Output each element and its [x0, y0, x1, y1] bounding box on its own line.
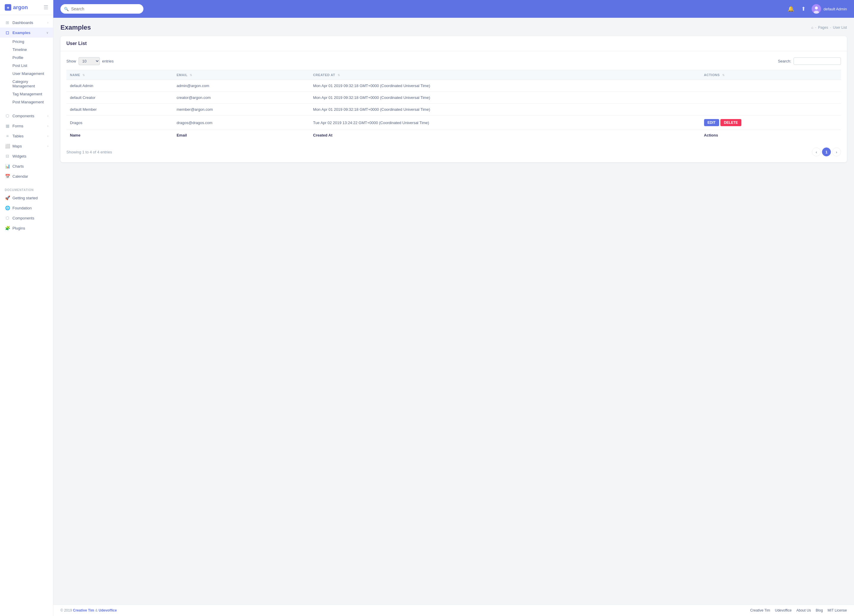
sidebar-sub-tag-management[interactable]: Tag Management [0, 90, 53, 98]
footer-link-creative-tim-2[interactable]: Creative Tim [750, 608, 770, 613]
main-area: 🔍 🔔 ⬆ default Admin Examples [53, 0, 854, 616]
entries-label: entries [102, 59, 114, 63]
sidebar-item-plugins[interactable]: 🧩 Plugins [0, 223, 53, 233]
dashboard-icon: ⊞ [5, 20, 10, 25]
pagination-prev[interactable]: ‹ [812, 148, 821, 157]
sidebar-item-maps[interactable]: ⬜ Maps › [0, 141, 53, 151]
user-info[interactable]: default Admin [811, 4, 847, 14]
plugins-icon: 🧩 [5, 225, 10, 231]
sidebar-logo: ◈ argon ☰ [0, 0, 53, 15]
search-icon: 🔍 [64, 7, 69, 11]
breadcrumb-pages: Pages [818, 26, 828, 30]
cell-created-at: Mon Apr 01 2019 09:32:18 GMT+0000 (Coord… [310, 92, 700, 103]
breadcrumb-bar: Examples ⌂ - Pages - User List [61, 24, 847, 31]
logo-icon: ◈ [5, 4, 11, 11]
user-table-body: default Adminadmin@argon.comMon Apr 01 2… [66, 80, 841, 130]
sidebar-item-examples[interactable]: ◻ Examples ∨ [0, 27, 53, 38]
breadcrumb-current: User List [833, 26, 847, 30]
table-search-area: Search: [778, 58, 841, 65]
entries-select[interactable]: 10 25 50 100 [79, 57, 100, 65]
sort-icon-actions[interactable]: ⇅ [722, 73, 725, 77]
cell-actions [700, 80, 841, 92]
table-search-input[interactable] [793, 58, 841, 65]
cell-name: default Member [66, 103, 173, 116]
footer-link-udevoffice[interactable]: Udevoffice [99, 608, 117, 613]
sidebar-item-foundation[interactable]: 🌐 Foundation [0, 203, 53, 213]
top-navigation: 🔍 🔔 ⬆ default Admin [53, 0, 854, 18]
breadcrumb-home-icon: ⌂ [811, 26, 813, 30]
forms-icon: ▦ [5, 123, 10, 129]
footer-link-blog[interactable]: Blog [816, 608, 823, 613]
sidebar-item-getting-started[interactable]: 🚀 Getting started [0, 193, 53, 203]
svg-point-1 [815, 6, 818, 9]
foundation-icon: 🌐 [5, 205, 10, 211]
chevron-right-icon: › [47, 21, 48, 24]
sidebar-sub-timeline[interactable]: Timeline [0, 46, 53, 53]
sidebar-sub-post-list[interactable]: Post List [0, 62, 53, 70]
col-created-at: CREATED AT ⇅ [310, 70, 700, 80]
cell-name: default Creator [66, 92, 173, 103]
sidebar-item-widgets[interactable]: ⊟ Widgets [0, 151, 53, 161]
sidebar-item-dashboards[interactable]: ⊞ Dashboards › [0, 17, 53, 27]
footer-link-mit[interactable]: MIT License [828, 608, 847, 613]
sidebar-item-label-plugins: Plugins [12, 226, 25, 230]
logo-text: argon [13, 5, 28, 11]
sidebar-item-label-examples: Examples [12, 30, 30, 35]
foot-col-email: Email [173, 130, 310, 141]
col-name: NAME ⇅ [66, 70, 173, 80]
user-name: default Admin [824, 7, 847, 11]
footer-link-udevoffice-2[interactable]: Udevoffice [775, 608, 791, 613]
breadcrumb-sep-1: - [815, 26, 816, 30]
search-wrapper: 🔍 [61, 4, 143, 14]
sidebar-sub-category-management[interactable]: Category Management [0, 78, 53, 90]
sidebar-item-components-doc[interactable]: ⬡ Components [0, 213, 53, 223]
sidebar-item-label-tables: Tables [12, 134, 24, 138]
cell-actions: EDITDELETE [700, 116, 841, 130]
footer-link-about[interactable]: About Us [796, 608, 811, 613]
sidebar-top-section: ⊞ Dashboards › ◻ Examples ∨ Pricing Time… [0, 15, 53, 108]
cell-email: admin@argon.com [173, 80, 310, 92]
sidebar-item-label-charts: Charts [12, 164, 24, 169]
pagination-page-1[interactable]: 1 [822, 148, 831, 157]
chevron-right-icon-forms: › [47, 125, 48, 128]
cell-name: default Admin [66, 80, 173, 92]
upload-button[interactable]: ⬆ [800, 5, 807, 13]
sidebar-sub-post-management[interactable]: Post Management [0, 98, 53, 106]
col-actions: ACTIONS ⇅ [700, 70, 841, 80]
hamburger-icon[interactable]: ☰ [44, 4, 48, 11]
card-title: User List [66, 41, 87, 46]
edit-button[interactable]: EDIT [704, 119, 719, 126]
sort-icon-created[interactable]: ⇅ [337, 73, 340, 77]
sidebar-item-tables[interactable]: ≡ Tables › [0, 131, 53, 141]
foot-col-actions: Actions [700, 130, 841, 141]
col-email: EMAIL ⇅ [173, 70, 310, 80]
chevron-right-icon-maps: › [47, 144, 48, 148]
card-body: Show 10 25 50 100 entries Search: [61, 51, 847, 162]
cell-email: dragos@dragos.com [173, 116, 310, 130]
footer-link-creative-tim[interactable]: Creative Tim [73, 608, 94, 613]
cell-created-at: Mon Apr 01 2019 09:32:18 GMT+0000 (Coord… [310, 103, 700, 116]
chevron-down-icon: ∨ [46, 31, 48, 34]
sidebar-item-calendar[interactable]: 📅 Calendar [0, 171, 53, 181]
sidebar-item-charts[interactable]: 📊 Charts [0, 161, 53, 171]
delete-button[interactable]: DELETE [720, 119, 741, 126]
sidebar-main-section: ⬡ Components › ▦ Forms › ≡ Tables › ⬜ Ma… [0, 108, 53, 184]
sort-icon-email[interactable]: ⇅ [190, 73, 192, 77]
pagination-next[interactable]: › [832, 148, 841, 157]
table-search-label: Search: [778, 59, 791, 63]
sidebar-item-label-maps: Maps [12, 144, 22, 148]
sidebar-item-forms[interactable]: ▦ Forms › [0, 121, 53, 131]
sidebar-sub-user-management[interactable]: User Management [0, 70, 53, 78]
cell-actions [700, 92, 841, 103]
sidebar-sub-profile[interactable]: Profile [0, 53, 53, 62]
foot-col-name: Name [66, 130, 173, 141]
sidebar-sub-pricing[interactable]: Pricing [0, 38, 53, 46]
sidebar-item-components[interactable]: ⬡ Components › [0, 111, 53, 121]
notifications-button[interactable]: 🔔 [787, 5, 795, 13]
table-row: Dragosdragos@dragos.comTue Apr 02 2019 1… [66, 116, 841, 130]
pagination-bar: Showing 1 to 4 of 4 entries ‹ 1 › [66, 145, 841, 157]
sort-icon-name[interactable]: ⇅ [82, 73, 85, 77]
search-input[interactable] [61, 4, 143, 14]
examples-icon: ◻ [5, 30, 10, 35]
card-header: User List [61, 36, 847, 51]
